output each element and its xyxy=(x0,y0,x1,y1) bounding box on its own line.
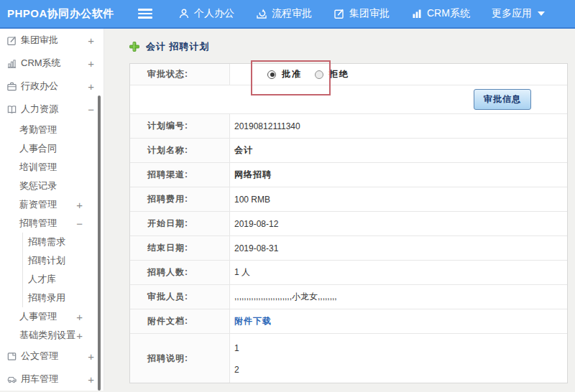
sidebar-item-label: 公文管理 xyxy=(21,350,88,363)
process-icon xyxy=(256,8,267,19)
field-label: 附件文档: xyxy=(130,309,230,333)
top-nav: 个人办公 流程审批 集团审批 CRM系统 更多应用 xyxy=(178,7,545,20)
sidebar-item-label: 人力资源 xyxy=(21,103,88,116)
field-label: 招聘费用: xyxy=(130,187,230,211)
radio-reject[interactable] xyxy=(315,70,323,79)
briefcase-icon xyxy=(6,80,17,92)
nav-more-apps[interactable]: 更多应用 xyxy=(492,7,545,20)
radio-reject-label[interactable]: 拒绝 xyxy=(329,68,349,80)
nav-personal-office[interactable]: 个人办公 xyxy=(178,7,234,20)
book-icon xyxy=(6,103,17,115)
field-label: 招聘渠道: xyxy=(130,163,230,187)
sidebar-item-attendance-mgmt[interactable]: 考勤管理 xyxy=(0,121,104,139)
status-radio-group: 批准 拒绝 xyxy=(267,68,356,80)
field-value: 20190812111340 xyxy=(230,114,567,138)
form-row: 开始日期: 2019-08-12 xyxy=(130,212,567,236)
sidebar-item-label: 人事管理 xyxy=(19,310,76,323)
sidebar-scrollbar[interactable] xyxy=(98,95,101,391)
user-icon xyxy=(178,8,190,19)
sidebar-item-vehicle-mgmt[interactable]: 用车管理 + xyxy=(0,368,104,391)
sidebar-item-label: 招聘录用 xyxy=(28,291,104,304)
sidebar-item-recruit-plan[interactable]: 招聘计划 xyxy=(22,251,104,270)
sidebar-item-recruit-hire[interactable]: 招聘录用 xyxy=(22,289,104,307)
expand-icon[interactable]: + xyxy=(76,312,83,322)
nav-label: 个人办公 xyxy=(194,7,234,20)
attachment-download-link[interactable]: 附件下载 xyxy=(234,315,272,327)
sidebar-item-label: 行政办公 xyxy=(21,80,88,93)
sidebar-item-admin-office[interactable]: 行政办公 + xyxy=(0,75,104,98)
car-icon xyxy=(6,373,17,385)
sidebar-item-human-resources[interactable]: 人力资源 − xyxy=(0,98,104,121)
expand-icon[interactable]: + xyxy=(88,35,94,46)
field-value: 网络招聘 xyxy=(230,163,567,187)
nav-label: 更多应用 xyxy=(492,7,532,20)
sidebar-item-training-mgmt[interactable]: 培训管理 xyxy=(0,158,104,177)
sidebar-item-talent-pool[interactable]: 人才库 xyxy=(22,270,104,289)
description-line: 1 xyxy=(234,337,239,359)
field-label: 招聘说明: xyxy=(130,334,230,383)
page-title: 会计 招聘计划 xyxy=(129,39,568,55)
field-value: 100 RMB xyxy=(230,187,567,211)
sidebar-item-label: 基础类别设置 xyxy=(19,329,76,342)
form-row: 结束日期: 2019-08-31 xyxy=(130,236,567,261)
field-value: ,,,,,,,,,,,,,,,,,,,,,,,,小龙女,,,,,,,, xyxy=(230,285,567,309)
approval-info-button[interactable]: 审批信息 xyxy=(474,89,531,110)
field-value: 会计 xyxy=(230,139,567,162)
sidebar-item-label: 人事合同 xyxy=(19,142,104,155)
sidebar-item-base-category-settings[interactable]: 基础类别设置 + xyxy=(0,326,104,345)
form-row-status: 审批状态: 批准 拒绝 xyxy=(130,64,567,85)
sidebar-item-label: 薪资管理 xyxy=(19,198,76,211)
sidebar-item-salary-mgmt[interactable]: 薪资管理 + xyxy=(0,195,104,214)
menu-icon[interactable] xyxy=(138,9,152,19)
expand-icon[interactable]: + xyxy=(88,58,94,69)
sidebar-item-reward-punish[interactable]: 奖惩记录 xyxy=(0,177,104,195)
sidebar-item-recruit-demand[interactable]: 招聘需求 xyxy=(22,233,104,251)
expand-icon[interactable]: + xyxy=(76,330,83,341)
form-row: 招聘渠道: 网络招聘 xyxy=(130,163,567,187)
nav-process-approval[interactable]: 流程审批 xyxy=(256,7,312,20)
document-icon xyxy=(6,350,17,362)
sidebar-item-label: CRM系统 xyxy=(21,57,88,70)
sidebar-item-hr-contract[interactable]: 人事合同 xyxy=(0,139,104,158)
nav-label: CRM系统 xyxy=(427,7,470,20)
field-label: 计划编号: xyxy=(130,114,230,138)
sidebar-item-label: 招聘需求 xyxy=(28,235,104,248)
sidebar: 集团审批 + CRM系统 + 行政办公 + 人力资源 − 考勤管理 xyxy=(0,29,104,391)
field-value: 2019-08-12 xyxy=(230,212,567,235)
chart-icon xyxy=(411,8,423,19)
chart-icon xyxy=(6,57,17,69)
form-row-attachment: 附件文档: 附件下载 xyxy=(130,309,567,334)
radio-approve-label[interactable]: 批准 xyxy=(282,68,302,80)
expand-icon[interactable]: + xyxy=(76,200,83,210)
field-value: 1 人 xyxy=(230,261,567,284)
collapse-icon[interactable]: − xyxy=(76,218,83,229)
sidebar-item-personnel-mgmt[interactable]: 人事管理 + xyxy=(0,307,104,326)
expand-icon[interactable]: + xyxy=(88,351,94,362)
collapse-icon[interactable]: − xyxy=(88,104,94,115)
sidebar-item-label: 考勤管理 xyxy=(19,123,104,136)
edit-icon xyxy=(6,34,17,46)
nav-label: 流程审批 xyxy=(272,7,312,20)
description-line: 2 xyxy=(234,359,239,381)
expand-icon[interactable]: + xyxy=(88,374,94,385)
sidebar-item-document-mgmt[interactable]: 公文管理 + xyxy=(0,345,104,368)
nav-crm-system[interactable]: CRM系统 xyxy=(411,7,470,20)
form-row: 审批人员: ,,,,,,,,,,,,,,,,,,,,,,,,小龙女,,,,,,,… xyxy=(130,285,567,309)
field-label: 计划名称: xyxy=(130,139,230,162)
form-row: 计划名称: 会计 xyxy=(130,139,567,163)
main-content: 会计 招聘计划 审批状态: 批准 拒绝 审批信息 计划编号: xyxy=(104,29,575,391)
radio-approve[interactable] xyxy=(267,70,276,79)
approval-form: 审批状态: 批准 拒绝 审批信息 计划编号: 20190812111340 xyxy=(129,63,568,383)
sidebar-item-recruit-mgmt[interactable]: 招聘管理 − xyxy=(0,214,104,233)
app-title: PHPOA协同办公软件 xyxy=(0,7,138,21)
caret-down-icon xyxy=(538,11,545,16)
field-label: 审批状态: xyxy=(130,64,230,85)
nav-group-approval[interactable]: 集团审批 xyxy=(334,7,390,20)
sidebar-item-group-approval[interactable]: 集团审批 + xyxy=(0,29,104,52)
sidebar-item-crm-system[interactable]: CRM系统 + xyxy=(0,52,104,75)
expand-icon[interactable]: + xyxy=(88,81,94,92)
sidebar-item-label: 奖惩记录 xyxy=(19,179,104,192)
form-row: 计划编号: 20190812111340 xyxy=(130,114,567,139)
sidebar-item-label: 用车管理 xyxy=(21,373,88,386)
field-label: 审批人员: xyxy=(130,285,230,309)
